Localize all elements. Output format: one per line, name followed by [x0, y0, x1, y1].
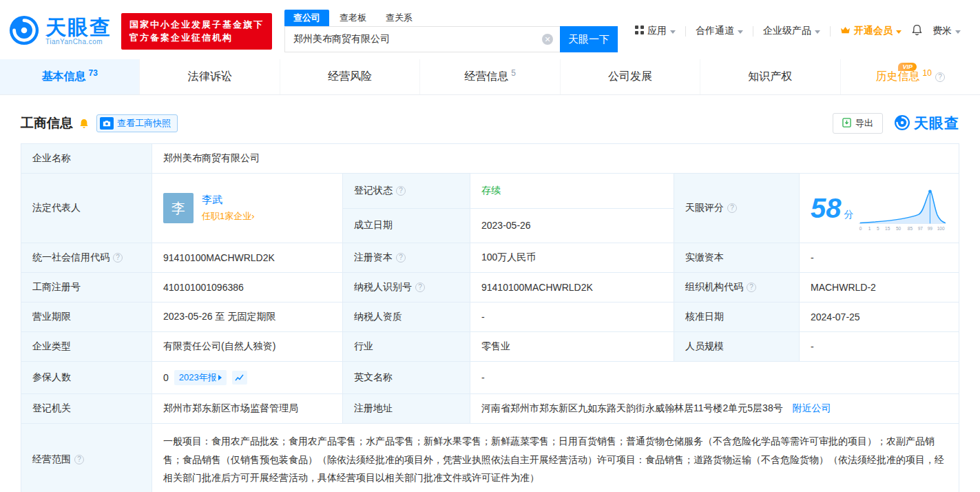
company-type-value: 有限责任公司(自然人独资) [152, 332, 343, 362]
business-term-label: 营业期限 [21, 303, 152, 332]
reg-capital-label: 注册资本 [354, 252, 393, 264]
header-menu: 应用 合作通道 企业级产品 开通会员 费米 [635, 24, 961, 38]
tianyancha-watermark-label: 天眼查 [914, 114, 959, 133]
tab-operation-info[interactable]: 经营信息 5 [419, 59, 559, 94]
paid-capital-label: 实缴资本 [674, 243, 800, 273]
menu-apps[interactable]: 应用 [635, 25, 676, 37]
search-tab-relation[interactable]: 查关系 [377, 10, 421, 26]
apps-grid-icon [635, 25, 644, 37]
search-tabs: 查公司 查老板 查关系 [284, 10, 618, 26]
logo-subtitle: TianYanCha.com [45, 39, 112, 46]
tab-legal-proceedings[interactable]: 法律诉讼 [139, 59, 279, 94]
industry-value: 零售业 [470, 332, 674, 362]
table-row: 登记机关 郑州市郑东新区市场监督管理局 注册地址 河南省郑州市郑东新区九如东路天… [21, 394, 959, 424]
approval-date-label: 核准日期 [674, 303, 800, 332]
legal-rep-avatar[interactable]: 李 [163, 193, 194, 223]
view-business-snapshot-label: 查看工商快照 [117, 117, 171, 130]
table-row: 参保人数 0 2023年报 英文名称 - [21, 362, 959, 394]
table-row: 工商注册号 410101001096386 纳税人识别号 ? 91410100M… [21, 273, 959, 303]
help-icon[interactable]: ? [935, 72, 945, 82]
search-tab-boss[interactable]: 查老板 [331, 10, 375, 26]
svg-text:15: 15 [886, 226, 891, 231]
reg-address-cell: 河南省郑州市郑东新区九如东路天韵街永威翰林居11号楼2单元5层38号 附近公司 [470, 394, 959, 424]
score-cell: 58 分 0 1 5 15 50 85 [800, 174, 959, 243]
vip-badge: VIP [898, 63, 917, 71]
user-menu[interactable]: 费米 [932, 25, 961, 37]
reg-authority-value: 郑州市郑东新区市场监督管理局 [152, 394, 343, 424]
annual-report-link[interactable]: 2023年报 [174, 370, 227, 385]
table-row: 营业期限 2023-05-26 至 无固定期限 纳税人资质 - 核准日期 202… [21, 303, 959, 332]
search-input[interactable] [284, 26, 560, 52]
export-button[interactable]: 导出 [833, 113, 883, 134]
tab-intellectual-property[interactable]: 知识产权 [700, 59, 840, 94]
table-row: 经营范围 ? 一般项目：食用农产品批发；食用农产品零售；水产品零售；新鲜水果零售… [21, 424, 959, 492]
taxpayer-id-value: 91410100MACHWRLD2K [470, 273, 674, 303]
tianyancha-watermark-icon [894, 114, 910, 133]
english-name-value: - [470, 362, 959, 394]
taxpayer-id-label: 纳税人识别号 [354, 281, 412, 294]
credit-code-value: 91410100MACHWRLD2K [152, 243, 343, 273]
legal-rep-companies-link[interactable]: 任职1家企业› [202, 210, 255, 223]
help-icon[interactable]: ? [415, 283, 425, 292]
menu-open-vip[interactable]: 开通会员 [840, 25, 901, 37]
business-scope-label-cell: 经营范围 ? [21, 424, 152, 492]
svg-text:100: 100 [937, 226, 945, 231]
score-label: 天眼评分 [685, 202, 724, 214]
business-scope-text: 一般项目：食用农产品批发；食用农产品零售；水产品零售；新鲜水果零售；新鲜蔬菜零售… [163, 432, 948, 487]
tab-operation-risk[interactable]: 经营风险 [280, 59, 419, 94]
business-scope-label: 经营范围 [32, 453, 71, 466]
help-icon[interactable]: ? [396, 186, 406, 196]
table-row: 统一社会信用代码 ? 91410100MACHWRLD2K 注册资本 ? 100… [21, 243, 959, 273]
reg-number-value: 410101001096386 [152, 273, 343, 303]
table-row: 法定代表人 李 李武 任职1家企业› 登记状态 ? 存续 [21, 174, 959, 209]
status-badge: 存续 [481, 185, 501, 196]
english-name-label: 英文名称 [343, 362, 470, 394]
bell-icon [911, 24, 923, 38]
tab-history-info-count: 10 [923, 68, 932, 78]
tab-company-development[interactable]: 公司发展 [560, 59, 700, 94]
company-nav-tabs: 基本信息 73 法律诉讼 经营风险 经营信息 5 公司发展 知识产权 VIP 历… [0, 59, 980, 95]
search-button[interactable]: 天眼一下 [560, 26, 618, 52]
tab-history-info[interactable]: VIP 历史信息 10 ? [840, 59, 980, 94]
help-icon[interactable]: ? [727, 203, 737, 213]
clear-search-icon[interactable]: ✕ [542, 34, 553, 45]
reg-capital-value: 100万人民币 [470, 243, 674, 273]
svg-text:1: 1 [868, 226, 871, 231]
help-icon[interactable]: ? [113, 253, 123, 263]
legal-rep-name-link[interactable]: 李武 [202, 194, 255, 207]
official-credential-badge: 国家中小企业发展子基金旗下 官方备案企业征信机构 [121, 13, 272, 50]
tianyancha-logo[interactable]: 天眼查 TianYanCha.com [8, 14, 112, 48]
reg-status-label-cell: 登记状态 ? [343, 174, 470, 209]
insured-trend-icon[interactable] [232, 371, 247, 385]
help-icon[interactable]: ? [396, 253, 406, 263]
chevron-down-icon [896, 30, 901, 34]
org-code-label-cell: 组织机构代码 ? [674, 273, 800, 303]
tab-operation-info-count: 5 [511, 68, 516, 78]
camera-icon [100, 117, 114, 130]
business-scope-value: 一般项目：食用农产品批发；食用农产品零售；水产品零售；新鲜水果零售；新鲜蔬菜零售… [152, 424, 959, 492]
taxpayer-id-label-cell: 纳税人识别号 ? [343, 273, 470, 303]
tab-basic-info[interactable]: 基本信息 73 [0, 59, 139, 94]
business-info-table: 企业名称 郑州美布商贸有限公司 法定代表人 李 李武 任职1家企业› 登记状态 … [21, 143, 959, 492]
legal-rep-cell: 李 李武 任职1家企业› [152, 174, 343, 243]
staff-size-label: 人员规模 [674, 332, 800, 362]
tab-operation-info-label: 经营信息 [464, 70, 508, 84]
menu-enterprise-products[interactable]: 企业级产品 [763, 25, 820, 37]
legal-rep-label: 法定代表人 [21, 174, 152, 243]
reg-authority-label: 登记机关 [21, 394, 152, 424]
help-icon[interactable]: ? [74, 455, 84, 464]
svg-text:50: 50 [896, 226, 901, 231]
nearby-companies-link[interactable]: 附近公司 [793, 402, 831, 413]
menu-enterprise-label: 企业级产品 [763, 25, 811, 37]
menu-cooperation[interactable]: 合作通道 [696, 25, 743, 37]
notification-bell[interactable] [911, 24, 923, 38]
svg-text:85: 85 [908, 226, 913, 231]
help-icon[interactable]: ? [747, 283, 756, 292]
subscribe-bell-icon[interactable] [79, 118, 90, 130]
badge-line-1: 国家中小企业发展子基金旗下 [129, 18, 264, 32]
search-tab-company[interactable]: 查公司 [284, 10, 329, 26]
industry-label: 行业 [343, 332, 470, 362]
view-business-snapshot-button[interactable]: 查看工商快照 [96, 114, 178, 132]
menu-divider [753, 26, 753, 37]
staff-size-value: - [800, 332, 959, 362]
